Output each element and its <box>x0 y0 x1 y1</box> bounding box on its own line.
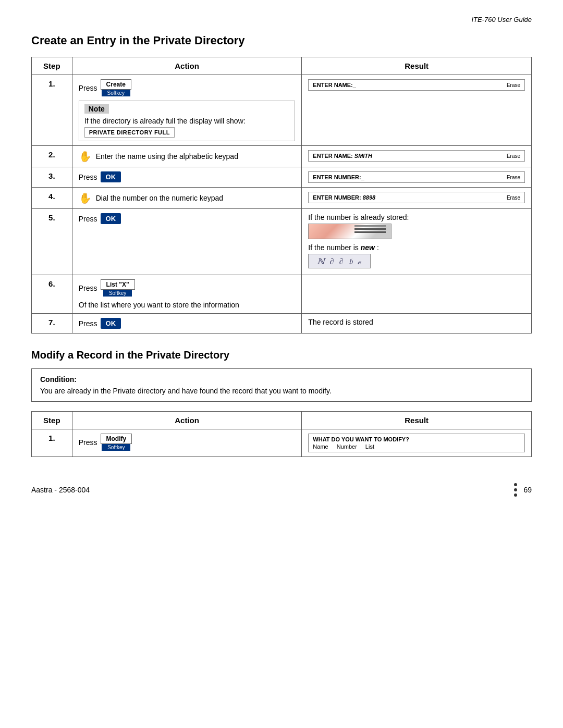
enter-name-static: ENTER NAME: <box>313 153 354 159</box>
col2-result: Result <box>302 412 532 429</box>
stored-image <box>308 224 391 239</box>
result-new-container: If the number is new : <box>308 243 525 252</box>
dot-3 <box>514 493 517 497</box>
action-press-ok-3: Press OK <box>79 171 296 182</box>
result-7: The record is stored <box>302 314 532 334</box>
col2-step: Step <box>32 412 72 429</box>
result-stored-text: If the number is already stored: <box>308 213 525 221</box>
dot-1 <box>514 483 517 486</box>
dir-full-box: PRIVATE DIRECTORY FULL <box>84 127 175 138</box>
section2-title: Modify a Record in the Private Directory <box>31 349 532 361</box>
action-mod-1: Press Modify Softkey <box>72 429 302 457</box>
create-softkey[interactable]: Create Softkey <box>101 79 131 96</box>
result-new-bold: new <box>361 243 375 252</box>
create-btn-bottom: Softkey <box>102 90 130 96</box>
table-row: 1. Press Create Softkey Note If the dire… <box>32 75 532 146</box>
action-press-create: Press Create Softkey <box>79 79 296 96</box>
table-row: 7. Press OK The record is stored <box>32 314 532 334</box>
header-title: ITE-760 User Guide <box>471 16 532 23</box>
enter-number-label: ENTER NUMBER:_ <box>313 174 364 180</box>
result-2: ENTER NAME: SMITH Erase <box>302 146 532 167</box>
action-1: Press Create Softkey Note If the directo… <box>72 75 302 146</box>
modify-result-row2: Name Number List <box>313 443 520 450</box>
keypad-icon-2: ✋ <box>79 192 92 204</box>
table-row: 1. Press Modify Softkey WHAT DO YOU WANT… <box>32 429 532 457</box>
press-label-mod1: Press <box>79 438 97 447</box>
action-text-2: Enter the name using the alphabetic keyp… <box>96 152 238 161</box>
action-text-4: Dial the number on the numeric keypad <box>96 194 223 202</box>
press-label-1: Press <box>79 84 97 92</box>
screen-enter-number: ENTER NUMBER:_ Erase <box>308 171 525 183</box>
ok-button-5[interactable]: OK <box>101 213 121 224</box>
enter-number-static: ENTER NUMBER: <box>313 194 362 201</box>
table-row: 2. ✋ Enter the name using the alphabetic… <box>32 146 532 167</box>
create-entry-table: Step Action Result 1. Press Create Softk… <box>31 57 532 334</box>
step-3: 3. <box>32 167 72 188</box>
modify-option-list: List <box>365 443 374 450</box>
modify-record-table: Step Action Result 1. Press Modify Softk… <box>31 411 532 457</box>
screen-enter-name-smith: ENTER NAME: SMITH Erase <box>308 150 525 162</box>
ok-button-3[interactable]: OK <box>101 171 121 182</box>
table-row: 3. Press OK ENTER NUMBER:_ Erase <box>32 167 532 188</box>
modify-result-row1: WHAT DO YOU WANT TO MODIFY? <box>313 436 520 442</box>
note-label-1: Note <box>84 104 109 114</box>
action-keypad-num: ✋ Dial the number on the numeric keypad <box>79 192 296 204</box>
create-btn-top: Create <box>101 79 131 90</box>
listx-softkey[interactable]: List "X" Softkey <box>101 279 135 297</box>
note-box-1: Note If the directory is already full th… <box>79 101 296 141</box>
screen-enter-name: ENTER NAME:_ Erase <box>308 79 525 91</box>
result-3: ENTER NUMBER:_ Erase <box>302 167 532 188</box>
erase-label-3: Erase <box>507 175 520 180</box>
page-number: 69 <box>523 486 532 494</box>
action-4: ✋ Dial the number on the numeric keypad <box>72 188 302 209</box>
modify-option-name: Name <box>313 443 328 450</box>
col-action: Action <box>72 57 302 75</box>
press-label-7: Press <box>79 319 97 328</box>
erase-label-4: Erase <box>507 195 520 201</box>
step-5: 5. <box>32 209 72 275</box>
footer-right: 69 <box>514 483 532 497</box>
result-stored: The record is stored <box>308 318 373 326</box>
action-6: Press List "X" Softkey Of the list where… <box>72 275 302 314</box>
table-row: 5. Press OK If the number is already sto… <box>32 209 532 275</box>
col2-action: Action <box>72 412 302 429</box>
result-new-text: If the number is <box>308 243 359 252</box>
page-footer: Aastra - 2568-004 69 <box>31 478 532 497</box>
table-row: 6. Press List "X" Softkey Of the list wh… <box>32 275 532 314</box>
result-5: If the number is already stored: If the … <box>302 209 532 275</box>
action-press-ok-5: Press OK <box>79 213 296 224</box>
table-row: 4. ✋ Dial the number on the numeric keyp… <box>32 188 532 209</box>
action-3: Press OK <box>72 167 302 188</box>
modify-result-display: WHAT DO YOU WANT TO MODIFY? Name Number … <box>308 434 525 452</box>
screen-row-1: ENTER NAME:_ Erase <box>313 82 520 88</box>
footer-left: Aastra - 2568-004 <box>31 486 90 494</box>
step-2: 2. <box>32 146 72 167</box>
step-7: 7. <box>32 314 72 334</box>
press-label-6: Press <box>79 284 97 292</box>
screen-row-3: ENTER NUMBER:_ Erase <box>313 174 520 180</box>
modify-btn-bottom: Softkey <box>102 444 130 451</box>
modify-softkey[interactable]: Modify Softkey <box>101 434 132 451</box>
press-label-3: Press <box>79 173 97 181</box>
number-value: 8898 <box>363 194 375 201</box>
action-press-listx: Press List "X" Softkey <box>79 279 296 297</box>
section1-title: Create an Entry in the Private Directory <box>31 34 532 47</box>
modify-option-number: Number <box>337 443 357 450</box>
result-1: ENTER NAME:_ Erase <box>302 75 532 146</box>
erase-label-1: Erase <box>507 82 520 88</box>
step-6: 6. <box>32 275 72 314</box>
action-keypad-alpha: ✋ Enter the name using the alphabetic ke… <box>79 150 296 163</box>
result-mod-1: WHAT DO YOU WANT TO MODIFY? Name Number … <box>302 429 532 457</box>
screen-row-4: ENTER NUMBER: 8898 Erase <box>313 194 520 201</box>
condition-box: Condition: You are already in the Privat… <box>31 368 532 402</box>
step-4: 4. <box>32 188 72 209</box>
smith-value: SMITH <box>354 153 372 159</box>
keypad-icon-1: ✋ <box>79 150 92 163</box>
listx-btn-bottom: Softkey <box>103 290 132 297</box>
screen-enter-number-8898: ENTER NUMBER: 8898 Erase <box>308 192 525 203</box>
enter-name-smith-label: ENTER NAME: SMITH <box>313 153 372 159</box>
page-header: ITE-760 User Guide <box>31 16 532 23</box>
ok-button-7[interactable]: OK <box>101 318 121 329</box>
erase-label-2: Erase <box>507 153 520 159</box>
enter-number-8898-label: ENTER NUMBER: 8898 <box>313 194 375 201</box>
